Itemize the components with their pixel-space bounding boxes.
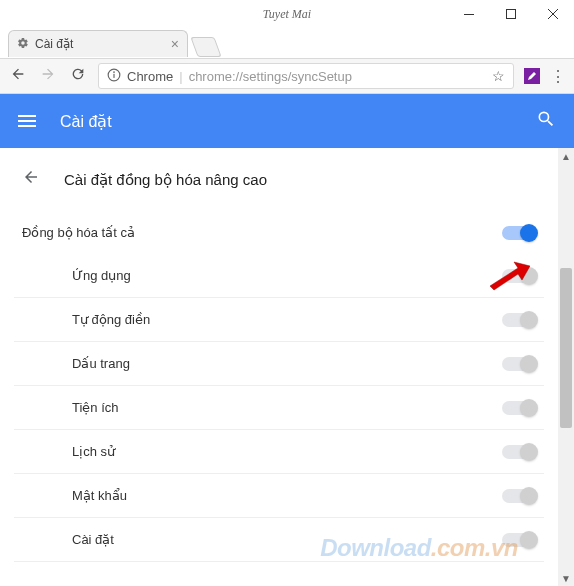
sync-all-toggle[interactable]	[502, 226, 536, 240]
setting-label: Cài đặt	[72, 532, 114, 547]
sync-all-label: Đồng bộ hóa tất cả	[22, 225, 135, 240]
browser-toolbar: Chrome | chrome://settings/syncSetup ☆ ⋮	[0, 58, 574, 94]
setting-label: Ứng dụng	[72, 268, 131, 283]
setting-row: Tự động điền	[14, 298, 544, 342]
setting-label: Lịch sử	[72, 444, 115, 459]
page-back-button[interactable]	[22, 168, 40, 191]
setting-label: Dấu trang	[72, 356, 130, 371]
toggle-history[interactable]	[502, 445, 536, 459]
browser-menu-button[interactable]: ⋮	[550, 67, 566, 86]
watermark-suffix: .com.vn	[431, 534, 518, 561]
hamburger-icon	[18, 115, 36, 117]
watermark-main: Download	[320, 534, 431, 561]
close-icon	[548, 9, 558, 19]
toggle-bookmarks[interactable]	[502, 357, 536, 371]
window-titlebar: Tuyet Mai	[0, 0, 574, 28]
setting-row: Ứng dụng	[14, 254, 544, 298]
red-arrow-icon	[488, 258, 530, 292]
svg-rect-6	[113, 73, 114, 77]
annotation-arrow	[488, 258, 530, 296]
search-button[interactable]	[536, 109, 556, 133]
menu-button[interactable]	[18, 115, 36, 127]
minimize-button[interactable]	[448, 0, 490, 28]
page-header: Cài đặt đồng bộ hóa nâng cao	[14, 148, 544, 211]
window-title: Tuyet Mai	[263, 7, 311, 22]
setting-label: Tiện ích	[72, 400, 119, 415]
setting-row: Lịch sử	[14, 430, 544, 474]
maximize-button[interactable]	[490, 0, 532, 28]
toggle-knob	[520, 531, 538, 549]
url-text: chrome://settings/syncSetup	[189, 69, 352, 84]
toggle-knob	[520, 224, 538, 242]
toggle-extensions[interactable]	[502, 401, 536, 415]
toggle-knob	[520, 443, 538, 461]
toggle-autofill[interactable]	[502, 313, 536, 327]
arrow-right-icon	[40, 66, 56, 82]
scroll-up-icon[interactable]: ▲	[558, 148, 574, 164]
content-wrapper: Cài đặt đồng bộ hóa nâng cao Đồng bộ hóa…	[0, 148, 574, 586]
setting-label: Tự động điền	[72, 312, 150, 327]
tab-strip: Cài đặt ×	[0, 28, 574, 58]
setting-label: Mật khẩu	[72, 488, 127, 503]
page-title: Cài đặt đồng bộ hóa nâng cao	[64, 171, 267, 189]
address-bar[interactable]: Chrome | chrome://settings/syncSetup ☆	[98, 63, 514, 89]
gear-icon	[17, 37, 29, 52]
window-controls	[448, 0, 574, 28]
site-info-icon[interactable]	[107, 68, 121, 85]
arrow-left-icon	[22, 168, 40, 186]
new-tab-button[interactable]	[190, 37, 221, 57]
sync-all-row: Đồng bộ hóa tất cả	[14, 211, 544, 254]
reload-button[interactable]	[68, 66, 88, 86]
bookmark-star-icon[interactable]: ☆	[492, 68, 505, 84]
setting-row: Mật khẩu	[14, 474, 544, 518]
svg-rect-1	[507, 10, 516, 19]
toggle-knob	[520, 487, 538, 505]
toggle-knob	[520, 355, 538, 373]
setting-row: Dấu trang	[14, 342, 544, 386]
toggle-knob	[520, 311, 538, 329]
settings-header: Cài đặt	[0, 94, 574, 148]
extension-icon[interactable]	[524, 68, 540, 84]
minimize-icon	[464, 14, 474, 15]
tab-close-icon[interactable]: ×	[171, 36, 179, 52]
browser-tab[interactable]: Cài đặt ×	[8, 30, 188, 57]
close-button[interactable]	[532, 0, 574, 28]
search-icon	[536, 109, 556, 129]
svg-point-5	[113, 71, 115, 73]
url-scheme: Chrome	[127, 69, 173, 84]
svg-rect-0	[464, 14, 474, 15]
tab-title: Cài đặt	[35, 37, 73, 51]
scroll-thumb[interactable]	[560, 268, 572, 428]
pencil-icon	[527, 71, 537, 81]
back-button[interactable]	[8, 66, 28, 86]
watermark: Download.com.vn	[320, 534, 518, 562]
reload-icon	[70, 66, 86, 82]
forward-button[interactable]	[38, 66, 58, 86]
scrollbar[interactable]: ▲ ▼	[558, 148, 574, 586]
arrow-left-icon	[10, 66, 26, 82]
settings-content: Cài đặt đồng bộ hóa nâng cao Đồng bộ hóa…	[0, 148, 558, 586]
scroll-down-icon[interactable]: ▼	[558, 570, 574, 586]
maximize-icon	[506, 9, 516, 19]
header-title: Cài đặt	[60, 112, 112, 131]
toggle-passwords[interactable]	[502, 489, 536, 503]
setting-row: Tiện ích	[14, 386, 544, 430]
url-divider: |	[179, 69, 182, 84]
toggle-knob	[520, 399, 538, 417]
